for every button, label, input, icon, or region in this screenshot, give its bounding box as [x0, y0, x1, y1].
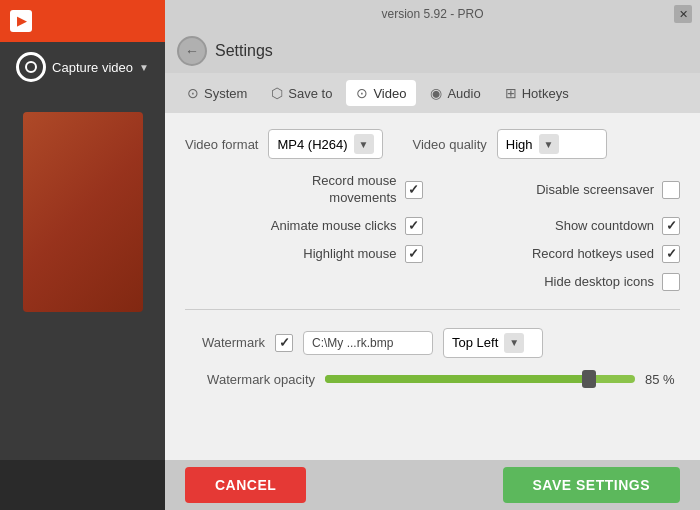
watermark-position-arrow: ▼ [504, 333, 524, 353]
show-countdown-label: Show countdown [555, 218, 654, 233]
header-row: ← Settings [165, 28, 700, 73]
sidebar-thumbnail [23, 112, 143, 312]
save-button[interactable]: SAVE SETTINGS [503, 467, 680, 503]
checkboxes-section: Record mousemovements Disable screensave… [185, 173, 680, 291]
sidebar-bottom-bar [0, 460, 165, 510]
opacity-slider[interactable] [325, 375, 635, 383]
checkbox-row-record-hotkeys: Record hotkeys used [443, 245, 681, 263]
divider [185, 309, 680, 310]
tab-system-label: System [204, 86, 247, 101]
record-mouse-checkbox[interactable] [405, 181, 423, 199]
tab-video[interactable]: ⊙ Video [346, 80, 416, 106]
format-dropdown[interactable]: MP4 (H264) ▼ [268, 129, 382, 159]
back-button[interactable]: ← [177, 36, 207, 66]
quality-dropdown-arrow: ▼ [539, 134, 559, 154]
disable-screensaver-label: Disable screensaver [536, 182, 654, 197]
watermark-position-value: Top Left [452, 335, 498, 350]
watermark-checkbox[interactable] [275, 334, 293, 352]
tab-saveto[interactable]: ⬡ Save to [261, 80, 342, 106]
main-panel: version 5.92 - PRO ✕ ← Settings ⊙ System… [165, 0, 700, 510]
record-hotkeys-label: Record hotkeys used [532, 246, 654, 261]
checkbox-row-animate-clicks: Animate mouse clicks [185, 217, 423, 235]
watermark-label: Watermark [185, 335, 265, 350]
hide-icons-checkbox[interactable] [662, 273, 680, 291]
tab-hotkeys-label: Hotkeys [522, 86, 569, 101]
quality-value: High [506, 137, 533, 152]
record-hotkeys-checkbox[interactable] [662, 245, 680, 263]
sidebar: ▶ Capture video ▼ [0, 0, 165, 510]
quality-label: Video quality [413, 137, 487, 152]
opacity-value: 85 % [645, 372, 680, 387]
tab-saveto-label: Save to [288, 86, 332, 101]
capture-label: Capture video [52, 60, 133, 75]
settings-panel: Video format MP4 (H264) ▼ Video quality … [165, 113, 700, 460]
opacity-label: Watermark opacity [185, 372, 315, 387]
tab-audio-label: Audio [447, 86, 480, 101]
slider-thumb[interactable] [582, 370, 596, 388]
sidebar-top: ▶ [0, 0, 165, 42]
format-value: MP4 (H264) [277, 137, 347, 152]
tab-audio[interactable]: ◉ Audio [420, 80, 490, 106]
audio-icon: ◉ [430, 85, 442, 101]
app-icon: ▶ [10, 10, 32, 32]
tab-hotkeys[interactable]: ⊞ Hotkeys [495, 80, 579, 106]
watermark-position-dropdown[interactable]: Top Left ▼ [443, 328, 543, 358]
disable-screensaver-checkbox[interactable] [662, 181, 680, 199]
titlebar: version 5.92 - PRO ✕ [165, 0, 700, 28]
highlight-mouse-label: Highlight mouse [303, 246, 396, 261]
tabs-row: ⊙ System ⬡ Save to ⊙ Video ◉ Audio ⊞ Hot… [165, 73, 700, 113]
format-group: Video format MP4 (H264) ▼ [185, 129, 383, 159]
highlight-mouse-checkbox[interactable] [405, 245, 423, 263]
quality-dropdown[interactable]: High ▼ [497, 129, 607, 159]
record-mouse-label: Record mousemovements [312, 173, 397, 207]
quality-group: Video quality High ▼ [413, 129, 607, 159]
system-icon: ⊙ [187, 85, 199, 101]
show-countdown-checkbox[interactable] [662, 217, 680, 235]
slider-filled [325, 375, 589, 383]
record-button[interactable] [16, 52, 46, 82]
version-text: version 5.92 - PRO [381, 7, 483, 21]
animate-clicks-label: Animate mouse clicks [271, 218, 397, 233]
tab-video-label: Video [373, 86, 406, 101]
opacity-row: Watermark opacity 85 % [185, 372, 680, 387]
checkbox-row-disable-screensaver: Disable screensaver [443, 173, 681, 207]
saveto-icon: ⬡ [271, 85, 283, 101]
tab-system[interactable]: ⊙ System [177, 80, 257, 106]
format-dropdown-arrow: ▼ [354, 134, 374, 154]
checkbox-row-show-countdown: Show countdown [443, 217, 681, 235]
chevron-down-icon: ▼ [139, 62, 149, 73]
checkbox-row-record-mouse: Record mousemovements [185, 173, 423, 207]
animate-clicks-checkbox[interactable] [405, 217, 423, 235]
bottom-bar: CANCEL SAVE SETTINGS [165, 460, 700, 510]
record-inner [25, 61, 37, 73]
cancel-button[interactable]: CANCEL [185, 467, 306, 503]
checkbox-row-hide-icons: Hide desktop icons [443, 273, 681, 291]
watermark-path[interactable]: C:\My ...rk.bmp [303, 331, 433, 355]
hotkeys-icon: ⊞ [505, 85, 517, 101]
close-button[interactable]: ✕ [674, 5, 692, 23]
checkbox-row-highlight-mouse: Highlight mouse [185, 245, 423, 263]
watermark-row: Watermark C:\My ...rk.bmp Top Left ▼ [185, 328, 680, 358]
format-label: Video format [185, 137, 258, 152]
format-quality-row: Video format MP4 (H264) ▼ Video quality … [185, 129, 680, 159]
settings-title: Settings [215, 42, 273, 60]
video-icon: ⊙ [356, 85, 368, 101]
hide-icons-label: Hide desktop icons [544, 274, 654, 289]
capture-section[interactable]: Capture video ▼ [16, 52, 149, 82]
